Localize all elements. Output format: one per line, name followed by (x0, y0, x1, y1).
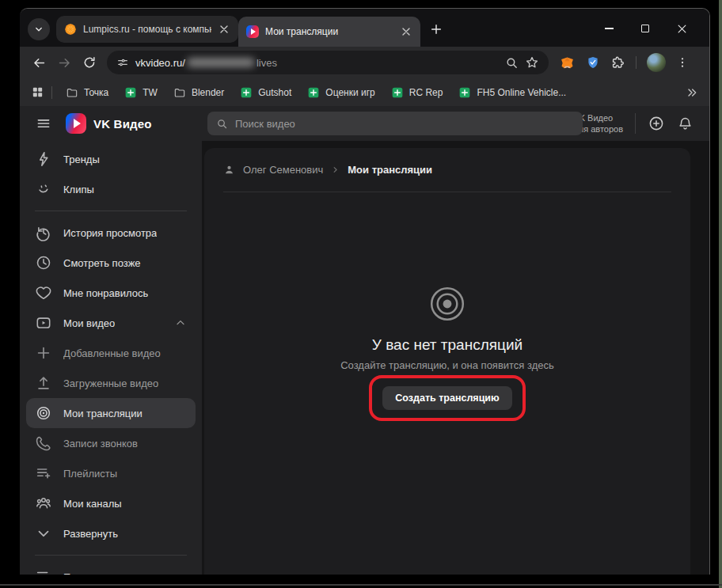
address-bar[interactable]: vkvideo.ru/lives (107, 51, 549, 74)
folder-icon (173, 86, 186, 99)
sidebar-item-label: Плейлисты (63, 468, 117, 480)
extensions-area (559, 53, 689, 72)
sidebar-item-added-videos[interactable]: Добавленные видео (26, 338, 196, 368)
vk-header: VK Видео VK Видео для авторов (20, 106, 709, 141)
trends-icon (35, 150, 52, 168)
main-area: Олег Семенович Мои трансляции У вас нет … (202, 141, 709, 575)
chevron-up-icon (174, 317, 187, 329)
bookmark-fh5[interactable]: FH5 Online Vehicle... (452, 84, 572, 101)
notifications-bell-icon[interactable] (677, 116, 694, 132)
sidebar-item-label: Записи звонков (63, 438, 138, 450)
sidebar-item-label: Загруженные видео (63, 377, 158, 389)
close-window-button[interactable] (663, 17, 700, 40)
vk-video-favicon (246, 25, 259, 38)
metamask-extension-icon[interactable] (559, 55, 576, 71)
hamburger-menu-icon[interactable] (36, 116, 51, 131)
vk-brand-text[interactable]: VK Видео (93, 117, 152, 131)
lumpics-favicon (64, 23, 77, 36)
back-button[interactable] (26, 50, 51, 75)
sidebar-item-my-channels[interactable]: Мои каналы (26, 488, 196, 518)
sidebar-item-my-videos[interactable]: Мои видео (26, 308, 196, 338)
people-icon (35, 495, 52, 512)
bookmark-gutshot[interactable]: Gutshot (234, 84, 298, 101)
sheets-icon (307, 86, 320, 99)
close-icon (676, 23, 688, 35)
sidebar-item-watch-later[interactable]: Смотреть позже (26, 248, 196, 278)
create-broadcast-button[interactable]: Создать трансляцию (382, 386, 511, 410)
search-icon[interactable] (505, 56, 519, 70)
extensions-puzzle-icon[interactable] (610, 55, 625, 70)
bookmark-star-icon[interactable] (525, 55, 539, 70)
chevron-right-icon (331, 165, 340, 174)
empty-state-subtitle: Создайте трансляцию, и она появится здес… (340, 359, 554, 371)
desktop-edge (719, 0, 722, 588)
url-text: vkvideo.ru/lives (135, 57, 277, 69)
close-icon[interactable] (218, 23, 230, 36)
bookmark-label: Blender (192, 87, 224, 98)
bookmark-label: RC Rep (409, 87, 443, 98)
bookmarks-list: ТочкаTWBlenderGutshotОценки игрRC RepFH5… (59, 84, 572, 101)
tab-lumpics[interactable]: Lumpics.ru - помощь с компью (56, 16, 238, 43)
sidebar-item-my-broadcasts[interactable]: Мои трансляции (26, 398, 196, 428)
vk-search-input[interactable] (235, 118, 574, 130)
browser-toolbar: vkvideo.ru/lives (20, 47, 709, 78)
sidebar-item-label: Добавленные видео (63, 347, 161, 359)
bookmark-label: FH5 Online Vehicle... (477, 87, 566, 98)
vk-video-logo[interactable] (66, 113, 86, 134)
plus-icon (430, 23, 443, 36)
bookmark-blender[interactable]: Blender (167, 84, 230, 101)
sheets-icon (391, 86, 404, 99)
minimize-button[interactable] (591, 17, 627, 40)
sidebar-item-playlists[interactable]: Плейлисты (26, 458, 196, 488)
site-settings-icon[interactable] (116, 56, 129, 69)
sidebar-item-expand[interactable]: Развернуть (26, 518, 196, 548)
sidebar-item-uploaded-videos[interactable]: Загруженные видео (26, 368, 196, 398)
sidebar-item-label: Тренды (63, 154, 100, 165)
sidebar-item-label: История просмотра (63, 227, 157, 239)
close-icon[interactable] (400, 25, 412, 38)
bookmark-tw[interactable]: TW (118, 84, 164, 101)
playlist-add-icon (35, 465, 52, 482)
sidebar-item-call-recordings[interactable]: Записи звонков (26, 428, 196, 458)
bookmark-label: Gutshot (258, 87, 291, 98)
adguard-extension-icon[interactable] (586, 55, 600, 70)
heart-icon (35, 284, 52, 302)
breadcrumb: Олег Семенович Мои трансляции (223, 148, 671, 192)
breadcrumb-user[interactable]: Олег Семенович (243, 164, 323, 176)
page-content: ТрендыКлипыИстория просмотраСмотреть поз… (20, 141, 709, 575)
toolbar-divider (636, 56, 636, 69)
sheets-icon (458, 86, 471, 99)
bookmark-label: Оценки игр (325, 87, 374, 98)
sidebar-item-liked[interactable]: Мне понравилось (26, 278, 196, 308)
sidebar-item-subscriptions[interactable]: Подписки (26, 562, 196, 575)
bookmarks-divider (51, 86, 52, 99)
sidebar-item-label: Мне понравилось (63, 287, 148, 299)
sidebar-item-trends[interactable]: Тренды (26, 144, 196, 174)
maximize-button[interactable] (627, 17, 663, 40)
sidebar-item-clips[interactable]: Клипы (26, 174, 196, 204)
bookmark-rc-rep[interactable]: RC Rep (385, 84, 450, 101)
sidebar-divider (35, 555, 187, 556)
sheets-icon (240, 86, 253, 99)
bookmarks-overflow-icon[interactable] (686, 86, 698, 99)
broadcasts-card: Олег Семенович Мои трансляции У вас нет … (204, 148, 690, 575)
forward-button[interactable] (51, 50, 77, 75)
upload-icon (35, 374, 52, 392)
reload-button[interactable] (77, 50, 102, 75)
bookmark-tochka[interactable]: Точка (59, 84, 115, 101)
search-icon (216, 118, 228, 130)
tab-vk-broadcasts[interactable]: Мои трансляции (238, 17, 420, 47)
browser-menu-icon[interactable] (676, 56, 689, 69)
sheets-icon (124, 86, 137, 99)
vk-search-bar[interactable] (207, 112, 583, 135)
apps-grid-icon[interactable] (31, 85, 44, 99)
desktop-bottom-line (0, 584, 722, 586)
tab-search-button[interactable] (28, 18, 50, 40)
create-plus-icon[interactable] (648, 115, 665, 132)
plus-icon (35, 344, 52, 362)
profile-avatar[interactable] (647, 53, 666, 72)
bookmark-ocenki-igr[interactable]: Оценки игр (301, 84, 381, 101)
new-tab-button[interactable] (425, 18, 447, 40)
arrow-left-icon (32, 55, 47, 70)
sidebar-item-history[interactable]: История просмотра (26, 218, 196, 248)
